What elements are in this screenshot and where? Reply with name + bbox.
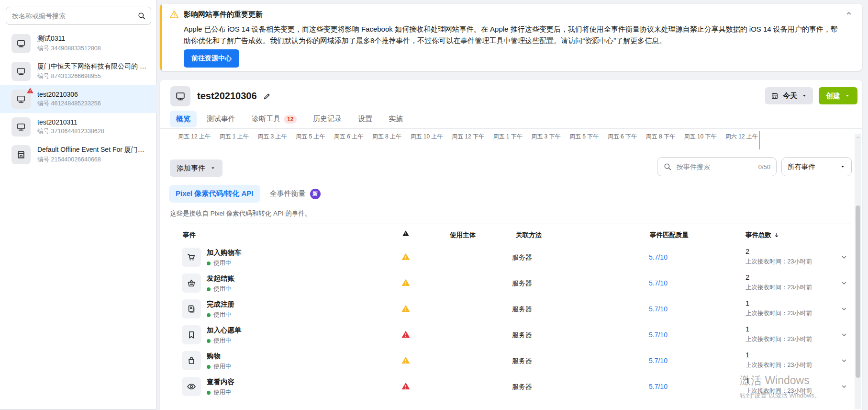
tab-bar: 概览 测试事件 诊断工具 12 历史记录 设置 实施 bbox=[170, 111, 409, 127]
chevron-up-icon[interactable] bbox=[845, 10, 853, 17]
tab-settings[interactable]: 设置 bbox=[352, 111, 378, 127]
tab-overview[interactable]: 概览 bbox=[170, 111, 197, 127]
total-count: 2 bbox=[746, 247, 749, 255]
shopping-bag-icon bbox=[187, 356, 196, 365]
scroll-up-arrow-icon[interactable] bbox=[856, 135, 860, 140]
monitor-icon bbox=[16, 94, 26, 104]
warning-icon[interactable] bbox=[401, 381, 411, 391]
sidebar-item-xiamen-pixel[interactable]: 厦门中恒天下网络科技有限公司的 Pi... 编号 874313266698955 bbox=[0, 57, 156, 85]
new-badge: 新 bbox=[310, 189, 321, 199]
table-description: 这些是接收自 Pixel 像素代码和转化 API 的事件。 bbox=[170, 209, 312, 218]
quality-link[interactable]: 5.7/10 bbox=[649, 357, 668, 364]
warning-icon[interactable] bbox=[401, 304, 411, 313]
event-status: 使用中 bbox=[207, 337, 232, 345]
last-received: 上次接收时间：23小时前 bbox=[746, 284, 812, 292]
quality-link[interactable]: 5.7/10 bbox=[649, 331, 668, 339]
banner-accent-bar bbox=[160, 4, 162, 71]
tab-aggregated-event-measurement[interactable]: 全事件衡量 新 bbox=[270, 189, 321, 199]
event-status: 使用中 bbox=[207, 259, 232, 267]
sidebar-search-input[interactable] bbox=[11, 11, 137, 20]
table-row[interactable]: 完成注册 使用中 服务器 5.7/10 1 上次接收时间：23小时前 bbox=[177, 296, 851, 322]
method-cell: 服务器 bbox=[512, 383, 532, 391]
chevron-down-icon[interactable] bbox=[840, 305, 848, 313]
pixel-id: 编号 874313266698955 bbox=[37, 72, 148, 80]
sidebar-item-default-offline-event-set[interactable]: Default Offline Event Set For 厦门中... 编号 … bbox=[0, 141, 156, 169]
tab-implementation[interactable]: 实施 bbox=[382, 111, 409, 127]
divider bbox=[160, 128, 862, 129]
chart-cursor-line bbox=[759, 131, 760, 149]
add-event-button[interactable]: 添加事件 bbox=[170, 159, 223, 177]
sidebar-item-test20210306[interactable]: test20210306 编号 461248485233256 bbox=[0, 85, 156, 113]
tab-test-events[interactable]: 测试事件 bbox=[200, 111, 242, 127]
event-filter-dropdown[interactable]: 所有事件 bbox=[781, 157, 852, 176]
table-row[interactable]: 加入心愿单 使用中 服务器 5.7/10 1 上次接收时间：23小时前 bbox=[177, 322, 851, 348]
column-method: 关联方法 bbox=[516, 231, 542, 239]
chevron-down-icon[interactable] bbox=[840, 331, 848, 339]
scrollbar-track[interactable] bbox=[855, 134, 861, 409]
pixel-id: 编号 461248485233256 bbox=[37, 100, 101, 108]
event-status: 使用中 bbox=[207, 285, 232, 293]
alert-badge-icon bbox=[26, 87, 34, 94]
pixel-name: test20210311 bbox=[37, 118, 104, 126]
edit-pencil-icon[interactable] bbox=[263, 92, 271, 101]
method-cell: 服务器 bbox=[512, 279, 532, 288]
last-received: 上次接收时间：23小时前 bbox=[746, 258, 812, 266]
tab-history[interactable]: 历史记录 bbox=[307, 111, 348, 127]
sort-arrow-down-icon bbox=[773, 232, 780, 239]
table-row[interactable]: 加入购物车 使用中 服务器 5.7/10 2 上次接收时间：23小时前 bbox=[177, 244, 851, 270]
monitor-icon bbox=[16, 67, 26, 76]
banner-title: 影响网站事件的重要更新 bbox=[184, 10, 263, 19]
page-title: test20210306 bbox=[197, 91, 257, 102]
pixel-list: 测试0311 编号 344908833512808 厦门中恒天下网络科技有限公司… bbox=[0, 30, 156, 169]
event-name: 加入购物车 bbox=[207, 248, 242, 257]
diagnostics-count-badge: 12 bbox=[284, 115, 297, 124]
total-count: 1 bbox=[746, 325, 749, 333]
chevron-down-icon[interactable] bbox=[840, 253, 848, 261]
total-count: 2 bbox=[746, 273, 749, 281]
active-dot bbox=[207, 391, 211, 395]
event-name: 加入心愿单 bbox=[207, 326, 242, 335]
table-row[interactable]: 发起结账 使用中 服务器 5.7/10 2 上次接收时间：23小时前 bbox=[177, 270, 851, 296]
warning-icon[interactable] bbox=[401, 355, 411, 365]
active-dot bbox=[207, 262, 211, 265]
monitor-icon bbox=[16, 122, 26, 132]
calendar-icon bbox=[771, 92, 779, 100]
method-cell: 服务器 bbox=[512, 357, 532, 365]
warning-icon bbox=[169, 10, 179, 19]
chevron-down-icon[interactable] bbox=[840, 383, 848, 390]
sidebar-search[interactable] bbox=[6, 7, 151, 25]
store-icon bbox=[16, 150, 26, 159]
method-cell: 服务器 bbox=[512, 253, 532, 262]
monitor-icon bbox=[175, 91, 186, 102]
warning-icon[interactable] bbox=[401, 278, 411, 287]
scrollbar-thumb[interactable] bbox=[856, 205, 860, 378]
warning-icon[interactable] bbox=[401, 252, 411, 262]
event-search[interactable]: 0/50 bbox=[657, 157, 777, 176]
total-count: 1 bbox=[746, 376, 749, 385]
quality-link[interactable]: 5.7/10 bbox=[649, 305, 668, 313]
monitor-icon bbox=[16, 39, 26, 48]
method-cell: 服务器 bbox=[512, 331, 532, 340]
warning-icon[interactable] bbox=[401, 330, 411, 339]
table-row[interactable]: 购物 使用中 服务器 5.7/10 1 上次接收时间：23小时前 bbox=[177, 348, 851, 374]
sidebar-item-test20210311[interactable]: test20210311 编号 3710644812338628 bbox=[0, 113, 156, 141]
date-range-button[interactable]: 今天 bbox=[765, 87, 813, 104]
quality-link[interactable]: 5.7/10 bbox=[649, 253, 668, 261]
table-row[interactable]: 查看内容 使用中 服务器 5.7/10 1 上次接收时间：23小时前 bbox=[177, 374, 851, 399]
event-name: 发起结账 bbox=[207, 274, 234, 283]
quality-link[interactable]: 5.7/10 bbox=[649, 383, 668, 390]
create-button[interactable]: 创建 bbox=[819, 87, 857, 104]
cart-icon bbox=[187, 252, 196, 262]
event-search-input[interactable] bbox=[676, 162, 755, 171]
total-count: 1 bbox=[746, 299, 749, 307]
quality-link[interactable]: 5.7/10 bbox=[649, 279, 668, 287]
last-received: 上次接收时间：23小时前 bbox=[746, 361, 812, 369]
column-total-sort[interactable]: 事件总数 bbox=[746, 231, 780, 239]
chevron-down-icon[interactable] bbox=[840, 279, 848, 287]
tab-diagnostics[interactable]: 诊断工具 12 bbox=[245, 111, 303, 127]
tab-pixel-capi[interactable]: Pixel 像素代码/转化 API bbox=[169, 185, 260, 203]
resource-center-button[interactable]: 前往资源中心 bbox=[184, 49, 239, 68]
chevron-down-icon[interactable] bbox=[840, 357, 848, 364]
sidebar-item-ceshi0311[interactable]: 测试0311 编号 344908833512808 bbox=[0, 30, 156, 57]
caret-down-icon bbox=[801, 93, 807, 99]
